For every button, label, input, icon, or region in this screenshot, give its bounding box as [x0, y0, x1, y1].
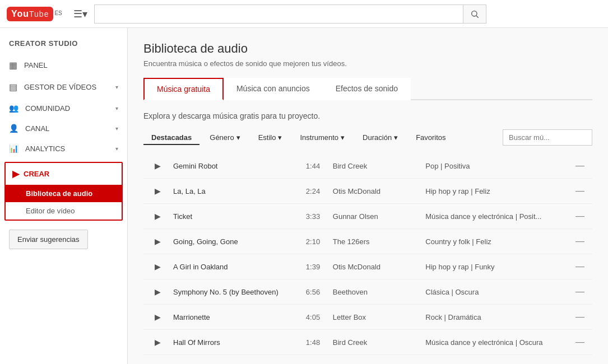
sidebar-item-panel[interactable]: ▦ PANEL — [0, 54, 127, 76]
crear-icon: ▶ — [12, 169, 19, 179]
track-title: Ticket — [169, 204, 301, 229]
track-title: Gemini Robot — [169, 153, 301, 179]
options-button[interactable]: — — [572, 336, 588, 348]
filter-genero-arrow: ▾ — [236, 133, 240, 142]
filter-genero[interactable]: Género ▾ — [202, 130, 248, 145]
sidebar-item-comunidad[interactable]: 👥 COMUNIDAD ▾ — [0, 98, 127, 118]
main-layout: CREATOR STUDIO ▦ PANEL ▤ GESTOR DE VÍDEO… — [0, 28, 608, 364]
track-genre: Rock | Dramática — [421, 305, 568, 330]
table-row[interactable]: ▶ Symphony No. 5 (by Beethoven) 6:56 Bee… — [143, 279, 592, 305]
track-duration: 4:05 — [301, 305, 328, 330]
options-cell: — — [568, 153, 592, 179]
yt-logo-box: YouTube — [7, 7, 53, 21]
options-cell: — — [568, 279, 592, 305]
track-artist: The 126ers — [328, 229, 421, 254]
track-genre: Country y folk | Feliz — [421, 229, 568, 254]
table-row[interactable]: ▶ Hall Of Mirrors 1:48 Bird Creek Música… — [143, 330, 592, 355]
track-genre: Pop | Positiva — [421, 153, 568, 179]
play-button[interactable]: ▶ — [151, 235, 164, 248]
tab-free[interactable]: Música gratuita — [143, 78, 224, 100]
search-icon — [470, 10, 479, 18]
options-button[interactable]: — — [572, 160, 588, 172]
track-duration: 1:48 — [301, 330, 328, 355]
tab-ads[interactable]: Música con anuncios — [224, 78, 323, 100]
play-cell: ▶ — [147, 179, 169, 204]
sidebar-item-canal[interactable]: 👤 CANAL ▾ — [0, 118, 127, 138]
options-button[interactable]: — — [572, 235, 588, 248]
play-button[interactable]: ▶ — [151, 159, 164, 172]
filter-instrumento[interactable]: Instrumento ▾ — [292, 130, 352, 145]
track-title: Going, Going, Gone — [169, 229, 301, 254]
analytics-icon: 📊 — [9, 144, 18, 153]
filter-estilo-arrow: ▾ — [278, 133, 282, 142]
play-button[interactable]: ▶ — [151, 361, 164, 364]
page-title: Biblioteca de audio — [143, 41, 592, 56]
play-cell: ▶ — [147, 355, 169, 365]
options-button[interactable]: — — [572, 311, 588, 323]
track-artist: Beethoven — [328, 279, 421, 305]
table-row[interactable]: ▶ Going, Going, Gone 2:10 The 126ers Cou… — [143, 229, 592, 254]
track-duration: 2:10 — [301, 229, 328, 254]
play-cell: ▶ — [147, 229, 169, 254]
filter-duracion[interactable]: Duración ▾ — [355, 130, 406, 145]
table-row[interactable]: ▶ Marrionette 4:05 Letter Box Rock | Dra… — [143, 305, 592, 330]
options-button[interactable]: — — [572, 361, 588, 364]
table-row[interactable]: ▶ La, La, La 2:24 Otis McDonald Hip hop … — [143, 179, 592, 204]
play-button[interactable]: ▶ — [151, 209, 164, 223]
filter-duracion-label: Duración — [363, 133, 392, 142]
sidebar-item-gestor[interactable]: ▤ GESTOR DE VÍDEOS ▾ — [0, 76, 127, 98]
table-row[interactable]: ▶ A Girl in Oakland 1:39 Otis McDonald H… — [143, 254, 592, 279]
play-cell: ▶ — [147, 254, 169, 279]
suggest-button[interactable]: Enviar sugerencias — [9, 230, 88, 249]
svg-line-1 — [476, 16, 479, 18]
panel-icon: ▦ — [9, 60, 17, 71]
play-button[interactable]: ▶ — [151, 184, 164, 198]
table-row[interactable]: ▶ Ticket 3:33 Gunnar Olsen Música dance … — [143, 204, 592, 229]
crear-header[interactable]: ▶ CREAR — [6, 163, 122, 185]
gestor-icon: ▤ — [9, 82, 17, 92]
track-title: La, La, La — [169, 179, 301, 204]
options-button[interactable]: — — [572, 210, 588, 222]
filter-estilo[interactable]: Estilo ▾ — [250, 130, 290, 145]
play-button[interactable]: ▶ — [151, 285, 164, 298]
options-button[interactable]: — — [572, 185, 588, 197]
search-button[interactable] — [463, 4, 486, 24]
options-cell: — — [568, 204, 592, 229]
track-title: Marrionette — [169, 305, 301, 330]
sidebar-subitem-editor[interactable]: Editor de vídeo — [6, 202, 122, 220]
play-button[interactable]: ▶ — [151, 335, 164, 349]
filter-destacadas[interactable]: Destacadas — [143, 130, 199, 145]
options-button[interactable]: — — [572, 260, 588, 273]
track-genre: Música dance y electrónica | Oscura — [421, 330, 568, 355]
track-artist: Bird Creek — [328, 330, 421, 355]
sidebar-label-comunidad: COMUNIDAD — [25, 104, 115, 113]
play-button[interactable]: ▶ — [151, 260, 164, 273]
youtube-logo: YouTube ES — [7, 7, 62, 21]
track-genre: Clásica | Oscura — [421, 279, 568, 305]
track-artist: John Deley and the ... — [328, 355, 421, 365]
options-button[interactable]: — — [572, 286, 588, 298]
sidebar-label-gestor: GESTOR DE VÍDEOS — [24, 83, 115, 91]
track-genre: Hip hop y rap | Funky — [421, 254, 568, 279]
play-button[interactable]: ▶ — [151, 310, 164, 324]
filter-favoritos[interactable]: Favoritos — [408, 130, 453, 145]
sidebar-subitem-biblioteca[interactable]: Biblioteca de audio — [6, 185, 122, 202]
hamburger-button[interactable]: ☰▾ — [71, 6, 90, 22]
track-duration: 2:24 — [301, 179, 328, 204]
comunidad-icon: 👥 — [9, 104, 18, 113]
filter-estilo-label: Estilo — [258, 133, 276, 142]
sidebar-item-analytics[interactable]: 📊 ANALYTICS ▾ — [0, 138, 127, 158]
filter-genero-label: Género — [210, 133, 234, 142]
search-music-input[interactable] — [503, 129, 592, 146]
search-input[interactable] — [94, 4, 463, 24]
track-duration: 1:39 — [301, 254, 328, 279]
table-row[interactable]: ▶ Tuscon Tease 2:31 John Deley and the .… — [143, 355, 592, 365]
track-artist: Letter Box — [328, 305, 421, 330]
canal-icon: 👤 — [9, 124, 18, 133]
filter-instrumento-label: Instrumento — [300, 133, 338, 142]
track-duration: 1:44 — [301, 153, 328, 179]
track-title: Symphony No. 5 (by Beethoven) — [169, 279, 301, 305]
table-row[interactable]: ▶ Gemini Robot 1:44 Bird Creek Pop | Pos… — [143, 153, 592, 179]
tab-effects[interactable]: Efectos de sonido — [323, 78, 411, 100]
filter-instrumento-arrow: ▾ — [341, 133, 345, 142]
